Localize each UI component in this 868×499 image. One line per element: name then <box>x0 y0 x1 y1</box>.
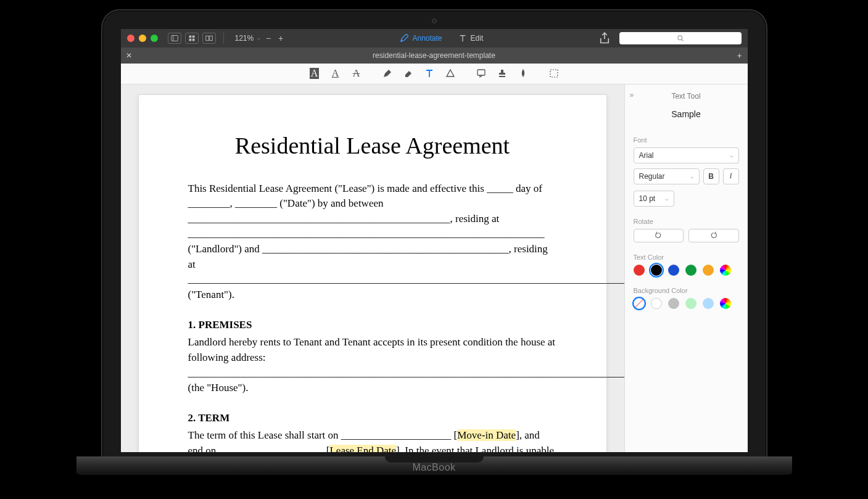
bg-color-swatch-2[interactable] <box>668 298 679 309</box>
text-tool[interactable] <box>423 67 436 80</box>
search-icon <box>677 35 684 42</box>
annotate-mode-button[interactable]: Annotate <box>394 31 448 45</box>
section-2-heading: 2. TERM <box>188 411 557 426</box>
share-button[interactable] <box>598 32 611 44</box>
stamp-tool[interactable] <box>496 67 508 80</box>
edit-mode-button[interactable]: Edit <box>452 31 490 45</box>
text-color-swatches <box>634 265 739 276</box>
bg-color-swatches <box>634 298 739 309</box>
zoom-level[interactable]: 121% <box>235 34 254 43</box>
svg-rect-6 <box>205 36 209 41</box>
svg-rect-5 <box>192 38 194 41</box>
sample-preview: Sample <box>634 109 739 119</box>
annotation-toolbar: A A A <box>121 64 748 85</box>
bold-button[interactable]: B <box>703 168 719 184</box>
zoom-out-button[interactable]: − <box>264 34 273 43</box>
window-titlebar: 121% ⌵ − + Annotate Edit <box>121 29 748 47</box>
svg-rect-4 <box>189 38 191 41</box>
section-1-body: Landlord hereby rents to Tenant and Tena… <box>188 335 557 396</box>
laptop-camera <box>432 19 437 23</box>
font-section-label: Font <box>634 136 739 144</box>
svg-rect-2 <box>189 35 191 38</box>
text-color-label: Text Color <box>634 254 739 261</box>
chevron-down-icon: ⌵ <box>690 173 694 179</box>
document-page[interactable]: Residential Lease Agreement This Residen… <box>138 94 607 452</box>
text-color-swatch-3[interactable] <box>685 265 696 276</box>
text-color-swatch-1[interactable] <box>651 265 662 276</box>
section-2-body: The term of this Lease shall start on __… <box>188 428 557 452</box>
highlight-text-tool[interactable]: A <box>308 67 321 80</box>
signature-tool[interactable] <box>517 67 529 80</box>
annotate-label: Annotate <box>412 34 442 43</box>
inspector-collapse-button[interactable]: » <box>630 91 634 99</box>
inspector-title: Text Tool <box>634 92 739 101</box>
bg-color-swatch-5[interactable] <box>720 298 731 309</box>
font-family-select[interactable]: Arial⌵ <box>634 147 739 163</box>
bg-color-swatch-3[interactable] <box>685 298 696 309</box>
zoom-in-button[interactable]: + <box>276 34 285 43</box>
bg-color-swatch-4[interactable] <box>703 298 714 309</box>
tab-close-button[interactable]: ✕ <box>121 51 137 60</box>
note-tool[interactable] <box>475 67 487 80</box>
window-fullscreen-button[interactable] <box>151 35 158 42</box>
move-in-date-field[interactable]: Move-in Date <box>457 429 516 441</box>
text-color-swatch-2[interactable] <box>668 265 679 276</box>
edit-label: Edit <box>471 34 484 43</box>
text-color-swatch-4[interactable] <box>703 265 714 276</box>
text-color-swatch-0[interactable] <box>634 265 645 276</box>
bg-color-label: Background Color <box>634 287 739 294</box>
bg-color-swatch-1[interactable] <box>651 298 662 309</box>
chevron-down-icon: ⌵ <box>730 152 734 159</box>
rotate-cw-button[interactable] <box>688 229 739 242</box>
shape-tool[interactable] <box>444 67 457 80</box>
svg-marker-10 <box>447 70 454 76</box>
window-close-button[interactable] <box>127 35 134 42</box>
bg-color-swatch-0[interactable] <box>634 298 645 309</box>
italic-button[interactable]: I <box>723 168 739 184</box>
eraser-tool[interactable] <box>402 67 415 80</box>
font-style-select[interactable]: Regular⌵ <box>634 168 700 184</box>
toolbar-divider <box>223 33 224 44</box>
underline-text-tool[interactable]: A <box>329 67 342 80</box>
grid-view-button[interactable] <box>185 33 199 44</box>
svg-rect-3 <box>192 35 194 38</box>
split-view-button[interactable] <box>202 33 216 44</box>
svg-rect-11 <box>477 70 485 75</box>
rotate-ccw-button[interactable] <box>634 229 684 242</box>
text-color-swatch-5[interactable] <box>720 265 731 276</box>
svg-rect-12 <box>550 70 558 77</box>
new-tab-button[interactable]: + <box>732 51 748 60</box>
pencil-tool[interactable] <box>381 67 394 80</box>
lease-end-date-field[interactable]: Lease End Date <box>329 445 396 452</box>
svg-rect-7 <box>209 36 212 41</box>
section-1-heading: 1. PREMISES <box>188 318 557 333</box>
chevron-down-icon: ⌵ <box>665 195 669 202</box>
zoom-dropdown-icon[interactable]: ⌵ <box>257 35 260 41</box>
window-minimize-button[interactable] <box>139 35 146 42</box>
laptop-brand-label: MacBook <box>76 462 792 473</box>
document-canvas[interactable]: Residential Lease Agreement This Residen… <box>121 85 624 452</box>
search-input[interactable] <box>619 32 742 44</box>
tab-bar: ✕ residential-lease-agreement-template + <box>121 47 748 64</box>
tab-title[interactable]: residential-lease-agreement-template <box>137 51 732 60</box>
document-title: Residential Lease Agreement <box>188 132 557 159</box>
rotate-section-label: Rotate <box>634 218 739 225</box>
selection-tool[interactable] <box>548 67 560 80</box>
strikethrough-text-tool[interactable]: A <box>350 67 363 80</box>
intro-paragraph: This Residential Lease Agreement ("Lease… <box>188 181 557 303</box>
sidebar-toggle-button[interactable] <box>168 33 181 44</box>
svg-point-8 <box>677 35 682 39</box>
font-size-select[interactable]: 10 pt⌵ <box>634 191 674 207</box>
svg-rect-0 <box>171 35 178 41</box>
svg-line-9 <box>681 39 683 41</box>
inspector-panel: » Text Tool Sample Font Arial⌵ Regular⌵ … <box>624 85 748 452</box>
